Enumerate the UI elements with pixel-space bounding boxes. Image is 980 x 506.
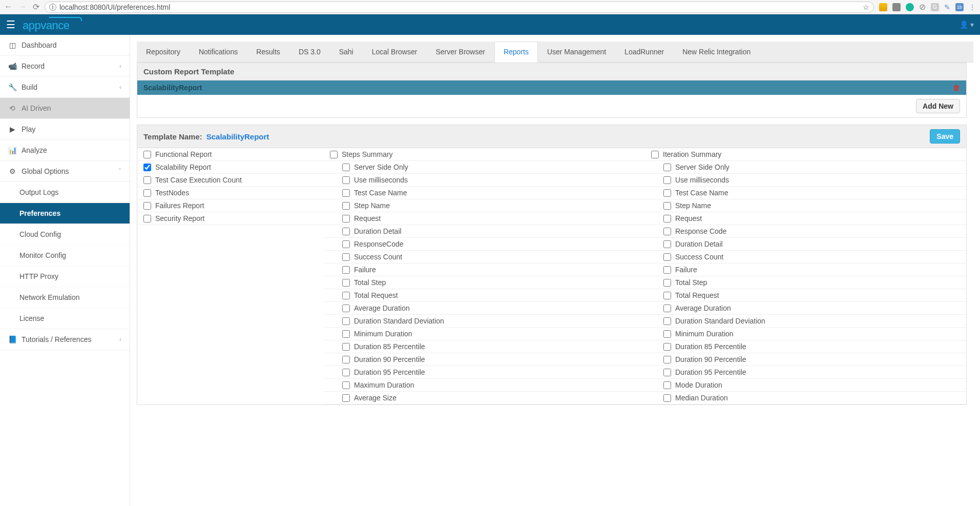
- hamburger-icon[interactable]: ☰: [6, 18, 15, 31]
- checkbox-total-step[interactable]: [342, 279, 350, 287]
- checkbox-failure[interactable]: [342, 266, 350, 274]
- tab-repository[interactable]: Repository: [137, 42, 190, 62]
- checkbox-testnodes[interactable]: [143, 189, 151, 197]
- tab-notifications[interactable]: Notifications: [190, 42, 247, 62]
- logo[interactable]: appvance: [23, 17, 69, 32]
- forward-icon[interactable]: →: [18, 2, 27, 12]
- checkbox-mode-duration[interactable]: [663, 381, 671, 389]
- checkbox-duration-detail[interactable]: [342, 228, 350, 235]
- sidebar-item-dashboard[interactable]: ◫Dashboard: [0, 35, 130, 56]
- sidebar-item-ai-driven[interactable]: ⟲AI Driven: [0, 98, 130, 119]
- tab-user-management[interactable]: User Management: [538, 42, 615, 62]
- checkbox-use-milliseconds[interactable]: [342, 176, 350, 184]
- tab-ds-30[interactable]: DS 3.0: [289, 42, 330, 62]
- checkbox-minimum-duration[interactable]: [663, 330, 671, 338]
- sidebar-subitem-preferences[interactable]: Preferences: [0, 203, 130, 224]
- info-icon[interactable]: i: [49, 4, 56, 11]
- checkbox-responsecode[interactable]: [342, 240, 350, 248]
- checkbox-server-side-only[interactable]: [342, 164, 350, 171]
- sidebar-subitem-monitor-config[interactable]: Monitor Config: [0, 245, 130, 266]
- sidebar-item-tutorials[interactable]: 📘Tutorials / References‹: [0, 329, 130, 350]
- checkbox-minimum-duration[interactable]: [342, 330, 350, 338]
- star-icon[interactable]: ☆: [863, 3, 869, 11]
- sidebar-item-build[interactable]: 🔧Build‹: [0, 77, 130, 98]
- checkbox-median-duration[interactable]: [663, 394, 671, 402]
- sidebar-subitem-cloud-config[interactable]: Cloud Config: [0, 224, 130, 245]
- checkbox-total-request[interactable]: [663, 292, 671, 299]
- ext-icon-2[interactable]: [892, 3, 901, 11]
- checkbox-average-duration[interactable]: [663, 305, 671, 312]
- checkbox-success-count[interactable]: [663, 253, 671, 261]
- sidebar-subitem-license[interactable]: License: [0, 308, 130, 329]
- checkbox-step-name[interactable]: [342, 202, 350, 210]
- checkbox-step-name[interactable]: [663, 202, 671, 210]
- checkbox-duration-standard-deviation[interactable]: [663, 317, 671, 325]
- tab-reports[interactable]: Reports: [494, 42, 538, 63]
- checkbox-duration-85-percentile[interactable]: [342, 343, 350, 351]
- sidebar-subitem-output-logs[interactable]: Output Logs: [0, 182, 130, 203]
- checkbox-functional-report[interactable]: [143, 151, 151, 158]
- checkbox-label: Request: [354, 214, 381, 222]
- checkbox-request[interactable]: [342, 215, 350, 222]
- back-icon[interactable]: ←: [4, 2, 12, 12]
- checkbox-request[interactable]: [663, 215, 671, 222]
- tab-new-relic-integration[interactable]: New Relic Integration: [673, 42, 760, 62]
- tab-local-browser[interactable]: Local Browser: [363, 42, 427, 62]
- sidebar-item-record[interactable]: 📹Record‹: [0, 56, 130, 77]
- checkbox-success-count[interactable]: [342, 253, 350, 261]
- checkbox-duration-85-percentile[interactable]: [663, 343, 671, 351]
- checkbox-response-code[interactable]: [663, 228, 671, 235]
- checkbox-failures-report[interactable]: [143, 202, 151, 210]
- template-name-value[interactable]: ScalabilityReport: [206, 132, 269, 141]
- checkbox-duration-standard-deviation[interactable]: [342, 317, 350, 325]
- sidebar-item-play[interactable]: ▶Play: [0, 119, 130, 140]
- template-list-item[interactable]: ScalabilityReport 🗑: [137, 80, 966, 95]
- camera-icon: 📹: [8, 62, 16, 70]
- ext-icon-5[interactable]: G: [931, 3, 939, 11]
- checkbox-duration-detail[interactable]: [663, 240, 671, 248]
- checkbox-iteration-summary[interactable]: [651, 151, 659, 158]
- checkbox-average-size[interactable]: [342, 394, 350, 402]
- checkbox-test-case-name[interactable]: [663, 189, 671, 197]
- checkbox-duration-95-percentile[interactable]: [342, 369, 350, 376]
- checkbox-duration-95-percentile[interactable]: [663, 369, 671, 376]
- tab-results[interactable]: Results: [247, 42, 289, 62]
- sidebar-subitem-http-proxy[interactable]: HTTP Proxy: [0, 266, 130, 287]
- delete-icon[interactable]: 🗑: [953, 84, 960, 92]
- tab-server-browser[interactable]: Server Browser: [426, 42, 494, 62]
- checkbox-total-step[interactable]: [663, 279, 671, 287]
- checkbox-duration-90-percentile[interactable]: [663, 356, 671, 363]
- checkbox-average-duration[interactable]: [342, 305, 350, 312]
- tab-loadrunner[interactable]: LoadRunner: [615, 42, 673, 62]
- ext-icon-1[interactable]: [879, 3, 887, 11]
- checkbox-failure[interactable]: [663, 266, 671, 274]
- checkbox-server-side-only[interactable]: [663, 164, 671, 171]
- add-new-button[interactable]: Add New: [916, 99, 960, 113]
- sidebar-item-label: Play: [22, 125, 35, 133]
- checkbox-total-request[interactable]: [342, 292, 350, 299]
- sidebar-subitem-network-emulation[interactable]: Network Emulation: [0, 287, 130, 308]
- url-bar[interactable]: i localhost:8080/UI/preferences.html ☆: [45, 2, 874, 13]
- checkbox-label: Success Count: [354, 253, 402, 261]
- ext-icon-6[interactable]: ✎: [944, 3, 950, 11]
- reload-icon[interactable]: ⟳: [33, 2, 39, 12]
- checkbox-test-case-execution-count[interactable]: [143, 176, 151, 184]
- ext-icon-3[interactable]: [906, 3, 914, 11]
- checkbox-test-case-name[interactable]: [342, 189, 350, 197]
- checkbox-label: Security Report: [155, 214, 204, 222]
- browser-menu-icon[interactable]: ⋮: [969, 3, 976, 11]
- sidebar-item-analyze[interactable]: 📊Analyze: [0, 140, 130, 161]
- sidebar-item-global-options[interactable]: ⚙Global Options˅: [0, 161, 130, 182]
- tab-sahi[interactable]: Sahi: [330, 42, 363, 62]
- ext-icon-4[interactable]: ⊘: [919, 2, 926, 12]
- ext-icon-7[interactable]: 1b: [955, 3, 964, 11]
- checkbox-scalability-report[interactable]: [143, 164, 151, 171]
- checkbox-security-report[interactable]: [143, 215, 151, 222]
- checkbox-steps-summary[interactable]: [330, 151, 338, 158]
- checkbox-duration-90-percentile[interactable]: [342, 356, 350, 363]
- checkbox-maximum-duration[interactable]: [342, 381, 350, 389]
- checkbox-label: Total Step: [675, 278, 707, 287]
- user-menu[interactable]: 👤 ▾: [960, 21, 974, 29]
- save-button[interactable]: Save: [930, 129, 960, 144]
- checkbox-use-milliseconds[interactable]: [663, 176, 671, 184]
